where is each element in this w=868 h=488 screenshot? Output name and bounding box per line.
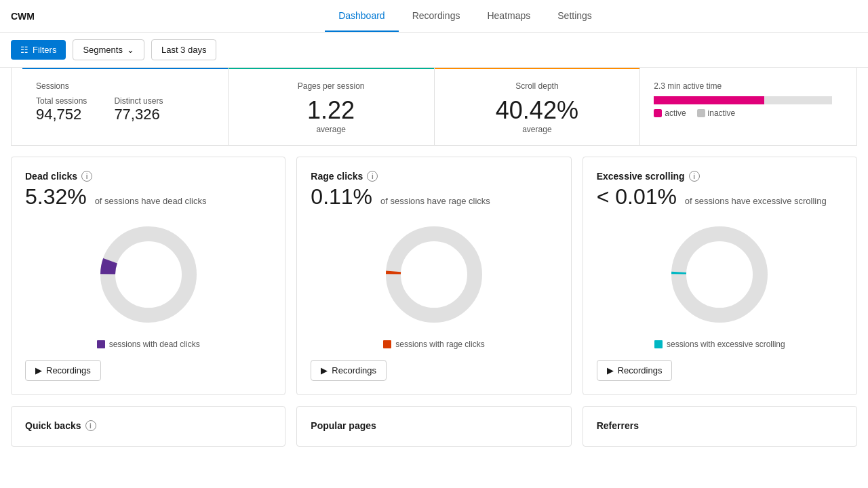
dead-clicks-info-icon: i bbox=[81, 171, 92, 182]
pages-per-session-value: 1.22 bbox=[242, 96, 420, 125]
filter-icon: ☷ bbox=[20, 45, 28, 55]
svg-point-4 bbox=[679, 234, 760, 315]
referrers-card: Referrers bbox=[583, 406, 857, 447]
excessive-scrolling-donut bbox=[665, 220, 774, 329]
rage-clicks-recordings-label: Recordings bbox=[332, 365, 376, 375]
distinct-users-label: Distinct users bbox=[114, 96, 163, 106]
nav-recordings[interactable]: Recordings bbox=[399, 1, 474, 32]
sessions-section: Sessions Total sessions 94,752 Distinct … bbox=[22, 68, 229, 145]
scroll-depth-value: 40.42% bbox=[448, 96, 627, 125]
app-title: CWM bbox=[11, 11, 52, 22]
scroll-depth-label: Scroll depth bbox=[448, 81, 627, 91]
excessive-scrolling-card: Excessive scrolling i < 0.01% of session… bbox=[583, 157, 857, 395]
inactive-legend-label: inactive bbox=[708, 108, 736, 118]
dead-clicks-donut bbox=[94, 220, 203, 329]
pages-per-session-label: Pages per session bbox=[242, 81, 420, 91]
dead-clicks-percent: 5.32% bbox=[25, 184, 87, 209]
excessive-scrolling-info-icon: i bbox=[689, 171, 700, 182]
popular-pages-title: Popular pages bbox=[311, 420, 376, 431]
nav-heatmaps[interactable]: Heatmaps bbox=[473, 1, 544, 32]
stats-bar: Sessions Total sessions 94,752 Distinct … bbox=[11, 68, 857, 146]
svg-point-2 bbox=[393, 234, 475, 315]
rage-clicks-recordings-button[interactable]: ▶ Recordings bbox=[311, 360, 387, 381]
rage-clicks-percent: 0.11% bbox=[311, 184, 372, 209]
total-sessions-label: Total sessions bbox=[36, 96, 87, 106]
nav-links: Dashboard Recordings Heatmaps Settings bbox=[73, 1, 857, 32]
excessive-scrolling-recordings-label: Recordings bbox=[618, 365, 663, 375]
dead-clicks-recordings-label: Recordings bbox=[46, 365, 91, 375]
rage-clicks-card: Rage clicks i 0.11% of sessions have rag… bbox=[296, 157, 571, 395]
scroll-depth-avg: average bbox=[448, 125, 627, 134]
svg-point-0 bbox=[108, 234, 189, 315]
chevron-down-icon: ⌄ bbox=[127, 45, 134, 55]
dead-clicks-card: Dead clicks i 5.32% of sessions have dea… bbox=[11, 157, 285, 395]
scroll-depth-section: Scroll depth 40.42% average bbox=[435, 68, 641, 145]
pages-per-session-avg: average bbox=[242, 125, 420, 134]
excessive-scrolling-legend: sessions with excessive scrolling bbox=[667, 340, 785, 349]
referrers-title: Referrers bbox=[597, 420, 639, 431]
rage-clicks-description: of sessions have rage clicks bbox=[380, 196, 490, 206]
top-nav: CWM Dashboard Recordings Heatmaps Settin… bbox=[0, 0, 868, 33]
distinct-users-value: 77,326 bbox=[114, 106, 163, 123]
segments-button[interactable]: Segments ⌄ bbox=[73, 39, 144, 60]
active-legend-label: active bbox=[665, 108, 686, 118]
dead-clicks-recordings-button[interactable]: ▶ Recordings bbox=[25, 360, 101, 381]
filters-label: Filters bbox=[33, 45, 56, 55]
excessive-scrolling-description: of sessions have excessive scrolling bbox=[685, 196, 827, 206]
quick-backs-card: Quick backs i bbox=[11, 406, 285, 447]
date-range-label: Last 3 days bbox=[161, 45, 207, 55]
segments-label: Segments bbox=[83, 45, 123, 55]
popular-pages-card: Popular pages bbox=[296, 406, 571, 447]
recording-icon-2: ▶ bbox=[321, 365, 328, 375]
toolbar: ☷ Filters Segments ⌄ Last 3 days bbox=[0, 33, 868, 68]
recording-icon: ▶ bbox=[35, 365, 42, 375]
sessions-label: Sessions bbox=[36, 81, 214, 91]
recording-icon-3: ▶ bbox=[607, 365, 614, 375]
dead-clicks-legend: sessions with dead clicks bbox=[109, 340, 200, 349]
excessive-scrolling-recordings-button[interactable]: ▶ Recordings bbox=[597, 360, 673, 381]
quick-backs-title: Quick backs bbox=[25, 420, 81, 431]
dead-clicks-title: Dead clicks bbox=[25, 171, 77, 182]
filters-button[interactable]: ☷ Filters bbox=[11, 40, 66, 60]
total-sessions-value: 94,752 bbox=[36, 106, 87, 123]
main-cards: Dead clicks i 5.32% of sessions have dea… bbox=[0, 146, 868, 395]
active-time-label: 2.3 min active time bbox=[654, 81, 832, 91]
bottom-section: Quick backs i Popular pages Referrers bbox=[0, 395, 868, 458]
dead-clicks-description: of sessions have dead clicks bbox=[95, 196, 207, 206]
quick-backs-info-icon: i bbox=[85, 420, 96, 431]
date-range-button[interactable]: Last 3 days bbox=[151, 39, 217, 60]
rage-clicks-donut bbox=[380, 220, 488, 329]
pages-per-session-section: Pages per session 1.22 average bbox=[229, 68, 435, 145]
rage-clicks-info-icon: i bbox=[367, 171, 378, 182]
active-time-section: 2.3 min active time active inactive bbox=[640, 68, 846, 145]
nav-dashboard[interactable]: Dashboard bbox=[325, 1, 399, 32]
rage-clicks-legend: sessions with rage clicks bbox=[395, 340, 484, 349]
excessive-scrolling-percent: < 0.01% bbox=[597, 184, 677, 209]
nav-settings[interactable]: Settings bbox=[544, 1, 606, 32]
excessive-scrolling-title: Excessive scrolling bbox=[597, 171, 685, 182]
rage-clicks-title: Rage clicks bbox=[311, 171, 363, 182]
